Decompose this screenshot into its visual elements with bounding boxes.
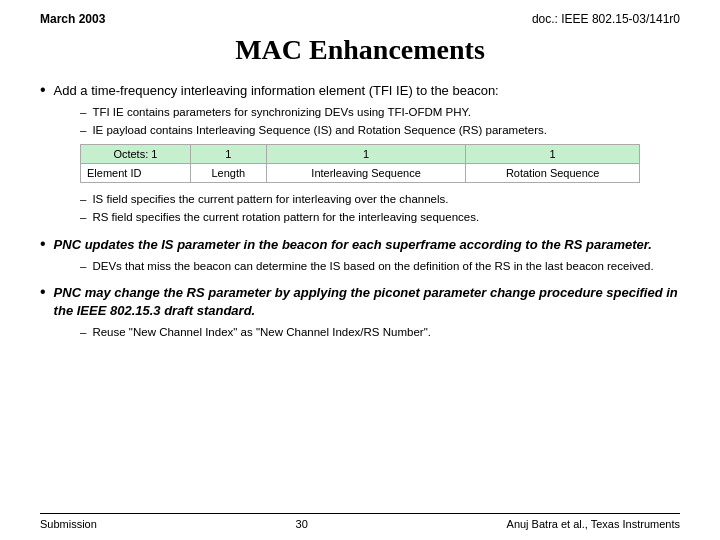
table-data-row: Element ID Length Interleaving Sequence …	[81, 164, 640, 183]
bullet-section-2: • PNC updates the IS parameter in the be…	[40, 236, 680, 274]
header-doc: doc.: IEEE 802.15-03/141r0	[532, 12, 680, 26]
header: March 2003 doc.: IEEE 802.15-03/141r0	[40, 0, 680, 30]
bullet-main-2: • PNC updates the IS parameter in the be…	[40, 236, 680, 254]
page-title: MAC Enhancements	[40, 34, 680, 66]
sub-bullet-1-1: – TFI IE contains parameters for synchro…	[80, 104, 680, 120]
table-header-row: Octets: 1 1 1 1	[81, 145, 640, 164]
table-data-col-4: Rotation Sequence	[466, 164, 640, 183]
bullet-section-3: • PNC may change the RS parameter by app…	[40, 284, 680, 340]
sub-bullets-2: – DEVs that miss the beacon can determin…	[80, 258, 680, 274]
sub-bullets-1-extra: – IS field specifies the current pattern…	[80, 191, 680, 225]
footer-author: Anuj Batra et al., Texas Instruments	[507, 518, 680, 530]
bullet-section-1: • Add a time-frequency interleaving info…	[40, 82, 680, 226]
sub-bullets-3: – Reuse "New Channel Index" as "New Chan…	[80, 324, 680, 340]
sub-bullet-1-3: – IS field specifies the current pattern…	[80, 191, 680, 207]
table-header-col-2: 1	[190, 145, 266, 164]
sub-bullet-1-2: – IE payload contains Interleaving Seque…	[80, 122, 680, 138]
table-data-col-1: Element ID	[81, 164, 191, 183]
tfi-table: Octets: 1 1 1 1 Element ID Length Interl…	[80, 144, 640, 183]
tfi-table-wrapper: Octets: 1 1 1 1 Element ID Length Interl…	[80, 144, 640, 183]
table-header-col-3: 1	[266, 145, 466, 164]
bullet-dot-3: •	[40, 283, 46, 301]
table-data-col-2: Length	[190, 164, 266, 183]
sub-bullet-1-4: – RS field specifies the current rotatio…	[80, 209, 680, 225]
sub-bullet-text-1-3: IS field specifies the current pattern f…	[92, 191, 448, 207]
bullet-main-3: • PNC may change the RS parameter by app…	[40, 284, 680, 320]
sub-bullet-text-2-1: DEVs that miss the beacon can determine …	[92, 258, 653, 274]
bullet-main-1: • Add a time-frequency interleaving info…	[40, 82, 680, 100]
sub-bullet-3-1: – Reuse "New Channel Index" as "New Chan…	[80, 324, 680, 340]
bullet-text-2: PNC updates the IS parameter in the beac…	[54, 236, 652, 254]
header-date: March 2003	[40, 12, 105, 26]
footer-page-number: 30	[296, 518, 308, 530]
bullet-dot-1: •	[40, 81, 46, 99]
table-header-col-1: Octets: 1	[81, 145, 191, 164]
sub-bullet-text-1-2: IE payload contains Interleaving Sequenc…	[92, 122, 547, 138]
sub-bullet-text-1-4: RS field specifies the current rotation …	[92, 209, 479, 225]
footer-submission: Submission	[40, 518, 97, 530]
page: March 2003 doc.: IEEE 802.15-03/141r0 MA…	[0, 0, 720, 540]
bullet-text-1: Add a time-frequency interleaving inform…	[54, 82, 499, 100]
sub-bullet-text-3-1: Reuse "New Channel Index" as "New Channe…	[92, 324, 431, 340]
sub-bullets-1: – TFI IE contains parameters for synchro…	[80, 104, 680, 138]
table-header-col-4: 1	[466, 145, 640, 164]
sub-bullet-text-1-1: TFI IE contains parameters for synchroni…	[92, 104, 471, 120]
footer: Submission 30 Anuj Batra et al., Texas I…	[40, 513, 680, 530]
bullet-text-3: PNC may change the RS parameter by apply…	[54, 284, 680, 320]
sub-bullet-2-1: – DEVs that miss the beacon can determin…	[80, 258, 680, 274]
table-data-col-3: Interleaving Sequence	[266, 164, 466, 183]
bullet-dot-2: •	[40, 235, 46, 253]
